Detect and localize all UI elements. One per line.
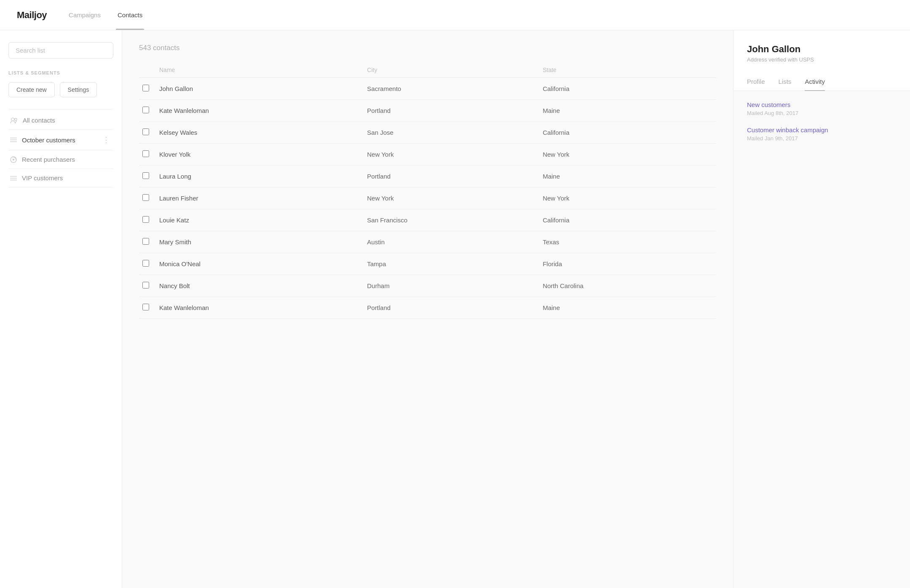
campaign-title-new-customers[interactable]: New customers <box>747 101 897 108</box>
sidebar-item-vip-customers[interactable]: VIP customers <box>8 169 113 187</box>
contact-subtitle: Address verified with USPS <box>747 56 897 63</box>
sidebar-buttons: Create new Settings <box>8 82 113 97</box>
tab-lists[interactable]: Lists <box>779 73 792 91</box>
row-name-0: John Gallon <box>156 78 364 100</box>
table-row[interactable]: Mary Smith Austin Texas <box>139 231 716 253</box>
svg-point-1 <box>15 118 17 120</box>
sidebar: LISTS & SEGMENTS Create new Settings All… <box>0 30 122 588</box>
row-city-9: Durham <box>364 275 539 297</box>
table-row[interactable]: Kate Wanleloman Portland Maine <box>139 297 716 319</box>
app-container: Mailjoy Campaigns Contacts LISTS & SEGME… <box>0 0 910 588</box>
table-row[interactable]: Lauren Fisher New York New York <box>139 187 716 209</box>
row-city-4: Portland <box>364 166 539 187</box>
row-name-7: Mary Smith <box>156 231 364 253</box>
row-checkbox-2[interactable] <box>142 128 149 135</box>
row-name-4: Laura Long <box>156 166 364 187</box>
row-checkbox-10[interactable] <box>142 304 149 310</box>
row-name-5: Lauren Fisher <box>156 187 364 209</box>
nav-tab-contacts[interactable]: Contacts <box>116 0 144 30</box>
more-options-icon[interactable]: ⋮ <box>101 135 112 144</box>
tab-profile[interactable]: Profile <box>747 73 765 91</box>
svg-point-0 <box>11 118 14 120</box>
row-checkbox-9[interactable] <box>142 282 149 289</box>
top-nav: Mailjoy Campaigns Contacts <box>0 0 910 30</box>
table-row[interactable]: Klover Yolk New York New York <box>139 144 716 166</box>
search-input-container <box>8 42 113 59</box>
people-icon <box>10 118 18 123</box>
row-checkbox-cell-9 <box>139 275 156 297</box>
row-checkbox-6[interactable] <box>142 216 149 223</box>
row-name-8: Monica O'Neal <box>156 253 364 275</box>
row-checkbox-cell-5 <box>139 187 156 209</box>
row-city-1: Portland <box>364 100 539 122</box>
row-state-4: Maine <box>539 166 716 187</box>
table-row[interactable]: Laura Long Portland Maine <box>139 166 716 187</box>
sidebar-item-recent-purchasers[interactable]: Recent purchasers <box>8 150 113 169</box>
row-city-6: San Francisco <box>364 209 539 231</box>
contact-count: 543 contacts <box>139 44 716 52</box>
right-panel-header: John Gallon Address verified with USPS <box>733 30 910 73</box>
campaign-date-customer-winback: Mailed Jan 9th, 2017 <box>747 135 897 142</box>
sidebar-item-label-vip-customers: VIP customers <box>22 174 112 182</box>
row-city-3: New York <box>364 144 539 166</box>
campaign-item-customer-winback: Customer winback campaign Mailed Jan 9th… <box>747 126 897 142</box>
table-row[interactable]: Louie Katz San Francisco California <box>139 209 716 231</box>
row-checkbox-cell-2 <box>139 122 156 144</box>
table-row[interactable]: Monica O'Neal Tampa Florida <box>139 253 716 275</box>
app-logo: Mailjoy <box>17 10 47 21</box>
row-state-3: New York <box>539 144 716 166</box>
row-checkbox-8[interactable] <box>142 260 149 267</box>
row-state-7: Texas <box>539 231 716 253</box>
list-icon-vip <box>10 175 17 181</box>
row-city-2: San Jose <box>364 122 539 144</box>
sidebar-item-all-contacts[interactable]: All contacts <box>8 111 113 130</box>
tab-activity[interactable]: Activity <box>805 73 825 91</box>
sidebar-section-label: LISTS & SEGMENTS <box>8 70 113 75</box>
row-state-9: North Carolina <box>539 275 716 297</box>
table-row[interactable]: Kate Wanleloman Portland Maine <box>139 100 716 122</box>
row-checkbox-0[interactable] <box>142 85 149 91</box>
row-checkbox-7[interactable] <box>142 238 149 245</box>
row-checkbox-1[interactable] <box>142 107 149 113</box>
table-header-state: State <box>539 62 716 78</box>
row-state-1: Maine <box>539 100 716 122</box>
right-panel: John Gallon Address verified with USPS P… <box>733 30 910 588</box>
sidebar-item-october-customers[interactable]: October customers ⋮ <box>8 130 113 150</box>
row-checkbox-3[interactable] <box>142 150 149 157</box>
row-checkbox-cell-4 <box>139 166 156 187</box>
row-checkbox-cell-6 <box>139 209 156 231</box>
row-state-10: Maine <box>539 297 716 319</box>
campaign-date-new-customers: Mailed Aug 8th, 2017 <box>747 110 897 116</box>
table-header-name: Name <box>156 62 364 78</box>
contact-list-panel: 543 contacts Name City State John Gallon… <box>122 30 733 588</box>
row-checkbox-cell-8 <box>139 253 156 275</box>
row-name-9: Nancy Bolt <box>156 275 364 297</box>
contact-table: Name City State John Gallon Sacramento C… <box>139 62 716 319</box>
campaign-title-customer-winback[interactable]: Customer winback campaign <box>747 126 897 134</box>
contact-name-title: John Gallon <box>747 44 897 55</box>
search-input[interactable] <box>8 42 113 59</box>
row-checkbox-cell-10 <box>139 297 156 319</box>
create-new-button[interactable]: Create new <box>8 82 55 97</box>
segment-icon-recent <box>10 156 17 163</box>
row-state-0: California <box>539 78 716 100</box>
table-header-city: City <box>364 62 539 78</box>
table-header-checkbox <box>139 62 156 78</box>
campaign-item-new-customers: New customers Mailed Aug 8th, 2017 <box>747 101 897 116</box>
nav-tab-campaigns[interactable]: Campaigns <box>67 0 102 30</box>
row-checkbox-cell-0 <box>139 78 156 100</box>
table-row[interactable]: Nancy Bolt Durham North Carolina <box>139 275 716 297</box>
sidebar-item-label-october-customers: October customers <box>22 136 101 144</box>
row-checkbox-cell-3 <box>139 144 156 166</box>
row-checkbox-4[interactable] <box>142 172 149 179</box>
settings-button[interactable]: Settings <box>60 82 97 97</box>
row-state-2: California <box>539 122 716 144</box>
row-checkbox-5[interactable] <box>142 194 149 201</box>
table-row[interactable]: John Gallon Sacramento California <box>139 78 716 100</box>
row-checkbox-cell-1 <box>139 100 156 122</box>
row-state-8: Florida <box>539 253 716 275</box>
sidebar-item-label-recent-purchasers: Recent purchasers <box>22 156 112 163</box>
table-row[interactable]: Kelsey Wales San Jose California <box>139 122 716 144</box>
row-city-0: Sacramento <box>364 78 539 100</box>
nav-tabs: Campaigns Contacts <box>67 0 144 30</box>
